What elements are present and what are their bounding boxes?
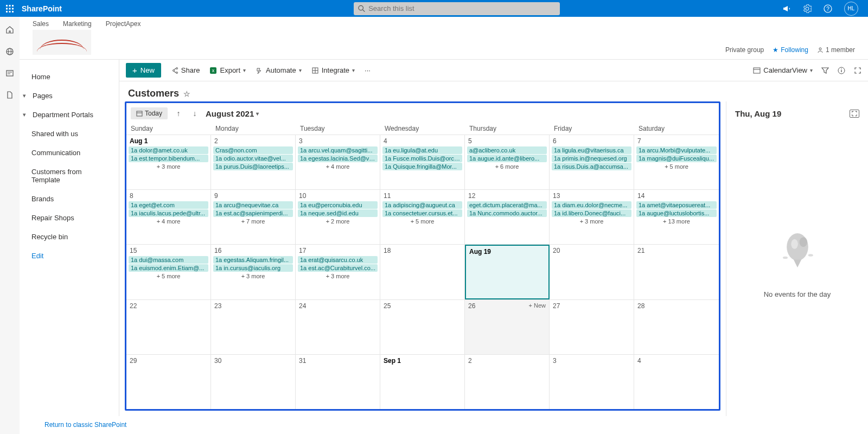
suite-bar: SharePoint ? HL bbox=[0, 0, 868, 17]
svg-text:?: ? bbox=[826, 6, 829, 12]
svg-rect-7 bbox=[9, 11, 11, 12]
svg-rect-5 bbox=[12, 8, 14, 9]
svg-rect-2 bbox=[12, 5, 14, 7]
svg-rect-0 bbox=[6, 5, 8, 7]
svg-rect-1 bbox=[9, 5, 11, 7]
search-wrap bbox=[354, 2, 560, 15]
brand-label[interactable]: SharePoint bbox=[20, 4, 62, 13]
search-icon bbox=[358, 5, 365, 12]
help-icon[interactable]: ? bbox=[824, 4, 832, 13]
svg-point-9 bbox=[359, 5, 363, 10]
svg-rect-8 bbox=[12, 11, 14, 12]
search-box[interactable] bbox=[354, 2, 560, 15]
svg-line-10 bbox=[362, 9, 365, 11]
svg-rect-6 bbox=[6, 11, 8, 12]
app-launcher-icon[interactable] bbox=[0, 0, 20, 17]
svg-rect-3 bbox=[6, 8, 8, 9]
gear-icon[interactable] bbox=[803, 4, 812, 13]
search-input[interactable] bbox=[368, 4, 556, 12]
megaphone-icon[interactable] bbox=[782, 4, 791, 13]
user-avatar[interactable]: HL bbox=[844, 2, 858, 16]
suite-right: ? HL bbox=[782, 2, 868, 16]
svg-rect-4 bbox=[9, 8, 11, 9]
